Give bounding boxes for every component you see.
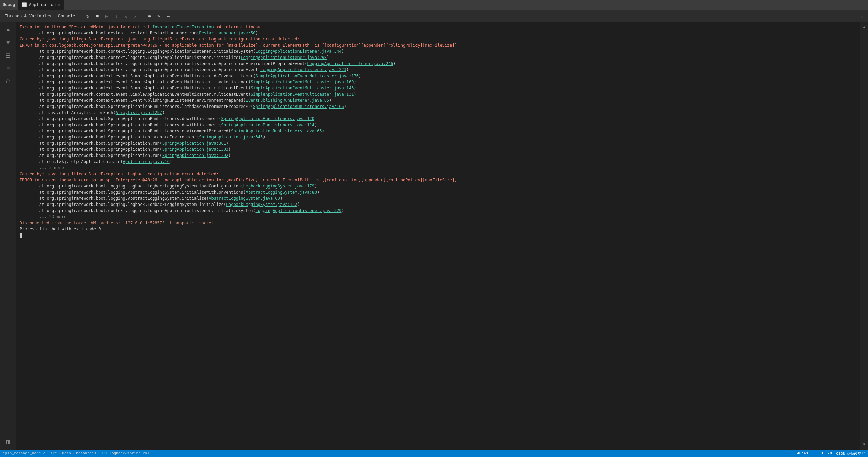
print-icon[interactable]: ⎙ [2, 76, 14, 88]
console-text: ... 5 more [20, 165, 64, 170]
stack-link[interactable]: SpringApplication.java:343 [199, 135, 263, 140]
console-text: ) [228, 153, 231, 158]
src-folder[interactable]: src [50, 451, 57, 455]
console-line: at org.springframework.boot.logging.logb… [19, 183, 857, 189]
more-btn[interactable]: ⋯ [164, 12, 172, 20]
step-over-btn[interactable]: ↓ [112, 12, 120, 20]
stack-link[interactable]: AbstractLoggingSystem.java:60 [209, 196, 280, 201]
rc-top[interactable]: ▲ [861, 24, 868, 31]
step-out-btn[interactable]: ↗ [131, 12, 139, 20]
application-tab[interactable]: ⬜ Application ✕ [18, 0, 64, 10]
stack-link[interactable]: SpringApplication.java:301 [162, 141, 226, 146]
main-folder[interactable]: main [62, 451, 71, 455]
console-text: Disconnected from the target VM, address… [20, 221, 216, 225]
restart-btn[interactable]: ↻ [84, 12, 92, 20]
console-text: at org.springframework.context.event.Eve… [20, 98, 246, 103]
stack-link[interactable]: SpringApplication.java:1303 [162, 147, 228, 152]
down-icon[interactable]: ▼ [2, 37, 14, 49]
title-bar: Debug ⬜ Application ✕ [0, 0, 868, 10]
stack-link[interactable]: RestartLauncher.java:50 [199, 31, 255, 35]
title-bar-left: Debug ⬜ Application ✕ [3, 0, 64, 10]
console-line: at org.springframework.boot.SpringApplic… [19, 146, 857, 152]
console-text: Caused by: java.lang.IllegalStateExcepti… [20, 37, 300, 42]
debug-menu[interactable]: Debug [3, 3, 15, 7]
rc-bottom[interactable]: ▼ [861, 441, 868, 448]
threads-variables-tab[interactable]: Threads & Variables [2, 14, 54, 19]
console-text: ) [256, 31, 258, 35]
main-area: ▲ ▼ ☰ ≡ ⎙ 🗑 Exception in thread "Restart… [0, 22, 868, 450]
stack-link[interactable]: LoggingApplicationListener.java:246 [307, 61, 393, 66]
project-name[interactable]: epsp_message_handle [3, 451, 45, 455]
resume-btn[interactable]: ▶ [103, 12, 111, 20]
console-line: at org.springframework.boot.context.logg… [19, 208, 857, 214]
console-text: ) [327, 55, 329, 60]
console-line: at org.springframework.boot.SpringApplic… [19, 116, 857, 122]
tab-close-icon[interactable]: ✕ [58, 3, 60, 7]
console-text: at org.springframework.boot.devtools.res… [20, 31, 199, 35]
step-into-btn[interactable]: ↘ [122, 12, 130, 20]
console-line: Disconnected from the target VM, address… [19, 220, 857, 226]
console-text: at org.springframework.boot.SpringApplic… [20, 147, 162, 152]
stack-link[interactable]: SimpleApplicationEventMulticaster.java:1… [251, 86, 354, 91]
delete-icon[interactable]: 🗑 [2, 436, 14, 448]
console-text: at org.springframework.boot.context.logg… [20, 55, 241, 60]
stack-link[interactable]: InvocationTargetException [152, 25, 214, 29]
stack-link[interactable]: EventPublishingRunListener.java:85 [246, 98, 329, 103]
stack-link[interactable]: SpringApplicationRunListeners.java:120 [221, 116, 314, 121]
console-line: at org.springframework.boot.logging.Abst… [19, 189, 857, 195]
stack-link[interactable]: Application.java:16 [123, 159, 169, 164]
edit-config-btn[interactable]: ✎ [155, 12, 163, 20]
console-line: at java.util.ArrayList.forEach(ArrayList… [19, 110, 857, 116]
stack-link[interactable]: LoggingApplicationListener.java:329 [256, 208, 342, 213]
stack-link[interactable]: LoggingApplicationListener.java:223 [260, 67, 346, 72]
sep1: › [47, 451, 49, 455]
console-text: at org.springframework.context.event.Sim… [20, 80, 251, 84]
console-line: at org.springframework.context.event.Sim… [19, 85, 857, 91]
stack-link[interactable]: SpringApplicationRunListeners.java:66 [253, 104, 344, 109]
file-type-icon: </> [101, 451, 108, 455]
stack-link[interactable]: SpringApplicationRunListeners.java:65 [231, 129, 322, 133]
console-text: ) [344, 104, 346, 109]
console-text: at org.springframework.boot.SpringApplic… [20, 116, 221, 121]
stack-link[interactable]: LogbackLoggingSystem.java:179 [243, 184, 314, 189]
console-text: at org.springframework.context.event.Sim… [20, 86, 251, 91]
stack-link[interactable]: LoggingApplicationListener.java:344 [256, 49, 342, 54]
stack-link[interactable]: LogbackLoggingSystem.java:132 [226, 202, 297, 207]
console-text: ) [346, 67, 349, 72]
encoding: UTF-8 [821, 451, 832, 455]
console-text: ERROR in ch.qos.logback.core.joran.spi.I… [20, 43, 457, 48]
resources-folder[interactable]: resources [76, 451, 96, 455]
console-text: ) [170, 159, 172, 164]
toolbar-separator [81, 13, 81, 20]
stack-link[interactable]: SimpleApplicationEventMulticaster.java:1… [256, 74, 359, 78]
filter-icon[interactable]: ☰ [2, 50, 14, 62]
console-output[interactable]: Exception in thread "RestartedMain" java… [16, 22, 860, 450]
console-line: at org.springframework.boot.SpringApplic… [19, 152, 857, 159]
console-text: ) [226, 141, 228, 146]
stack-link[interactable]: SimpleApplicationEventMulticaster.java:1… [251, 92, 354, 97]
console-line: Caused by: java.lang.IllegalStateExcepti… [19, 171, 857, 177]
stack-link[interactable]: SpringApplicationRunListeners.java:114 [221, 123, 314, 127]
split-view-btn[interactable]: ⊞ [858, 12, 866, 20]
stop-btn[interactable]: ■ [93, 12, 101, 20]
console-text: ) [228, 147, 231, 152]
stack-link[interactable]: SpringApplication.java:1292 [162, 153, 228, 158]
attach-btn[interactable]: ⊕ [145, 12, 153, 20]
extra-info: CSDN @No改功能 [836, 451, 865, 456]
console-text: ) [322, 129, 324, 133]
console-text: ) [354, 92, 356, 97]
console-tab[interactable]: Console [55, 14, 78, 19]
console-line: Caused by: java.lang.IllegalStateExcepti… [19, 36, 857, 42]
list-icon[interactable]: ≡ [2, 63, 14, 75]
sep3: › [72, 451, 75, 455]
console-text: at com.lxkj.iotp.Application.main( [20, 159, 123, 164]
toolbar-separator-2 [142, 13, 142, 20]
stack-link[interactable]: SimpleApplicationEventMulticaster.java:1… [251, 80, 354, 84]
console-text: ) [341, 208, 344, 213]
file-name[interactable]: logback-spring.xml [109, 451, 150, 455]
console-line: at org.springframework.boot.logging.Abst… [19, 195, 857, 201]
up-icon[interactable]: ▲ [2, 24, 14, 36]
stack-link[interactable]: ArrayList.java:1257 [116, 110, 162, 115]
stack-link[interactable]: LoggingApplicationListener.java:298 [241, 55, 327, 60]
stack-link[interactable]: AbstractLoggingSystem.java:80 [246, 190, 317, 195]
